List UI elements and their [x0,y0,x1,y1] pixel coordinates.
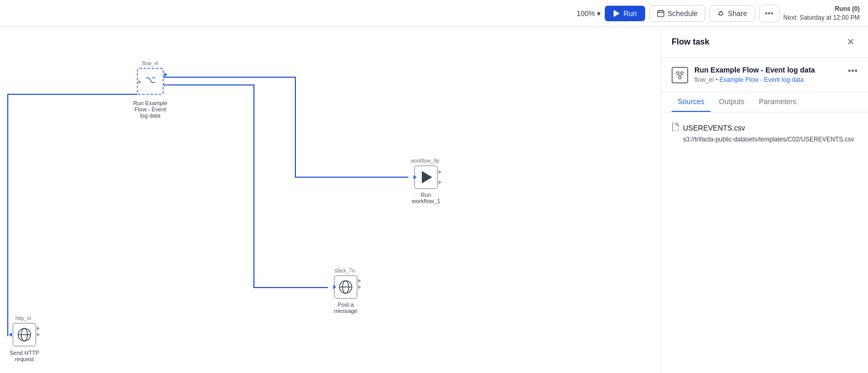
connection-http-to-flow [8,94,137,336]
source-path: s3://trifacta-public-datasets/templates/… [672,136,858,143]
node-workflow-sublabel: workflow_9p [410,158,439,164]
node-http-port-in [9,333,12,337]
node-workflow-port-f [438,180,442,184]
task-sub: flow_el • Example Flow - Event log data [694,76,815,83]
svg-marker-0 [614,10,620,17]
node-flow-el-label: Run Example [133,100,167,106]
source-filename: USEREVENTS.csv [683,124,745,132]
tab-outputs[interactable]: Outputs [713,92,750,112]
share-button[interactable]: Share [709,5,755,22]
node-workflow-label: Run [421,192,431,198]
flow-canvas: flow_el ⌥ Run Example Flow - Event log d… [0,27,702,373]
node-http-label: Send HTTP [9,350,39,356]
zoom-control[interactable]: 100% ▾ [577,9,601,18]
csv-file-icon [672,123,679,131]
node-slack-7n[interactable]: slack_7n [333,268,361,298]
svg-point-7 [722,13,724,15]
run-label: Run [623,9,637,18]
more-icon: ••• [765,9,774,18]
task-more-button[interactable]: ••• [848,66,858,77]
svg-line-12 [678,75,680,77]
zoom-value: 100% [577,9,595,18]
node-flow-el-port-s [164,73,167,77]
task-flow-link[interactable]: Example Flow - Event log data [719,76,804,83]
svg-point-10 [681,72,684,75]
runs-info: Runs (0) Next: Saturday at 12:00 PM [784,5,860,22]
close-button[interactable]: ✕ [844,35,858,49]
task-details: Run Example Flow - Event log data flow_e… [694,66,815,83]
svg-point-9 [677,72,679,75]
svg-point-8 [719,13,720,15]
panel-title: Flow task [672,37,709,47]
schedule-icon [657,10,664,17]
node-slack-sublabel: slack_7n [334,268,354,274]
panel-content: USEREVENTS.csv s3://trifacta-public-data… [661,112,868,373]
share-label: Share [728,9,747,18]
node-flow-el-label3: log data [140,112,161,119]
flow-type-icon [675,70,685,80]
run-button[interactable]: Run [605,6,645,21]
node-flow-el[interactable]: flow_el ⌥ [137,61,167,94]
svg-rect-1 [658,10,664,16]
node-http-vr[interactable]: http_vr [9,315,40,346]
node-flow-el-sublabel: flow_el [142,61,158,66]
node-workflow-port-s [438,170,442,174]
task-info: Run Example Flow - Event log data flow_e… [661,58,868,92]
tab-sources[interactable]: Sources [672,92,710,112]
source-filename-row: USEREVENTS.csv [672,123,858,133]
node-slack-port-f [358,285,361,289]
task-sub1: flow_el [694,76,714,83]
node-http-port-f [37,333,40,337]
svg-point-11 [679,77,681,79]
runs-next: Next: Saturday at 12:00 PM [784,13,860,22]
node-http-label2: request [15,356,34,362]
node-workflow-9p[interactable]: workflow_9p [410,158,442,189]
svg-line-13 [680,75,682,77]
runs-count: Runs (0) [835,5,860,13]
more-button[interactable]: ••• [759,5,779,22]
toolbar: 100% ▾ Run Schedule Share ••• Runs (0) N… [0,0,868,27]
tab-parameters[interactable]: Parameters [752,92,802,112]
canvas: flow_el ⌥ Run Example Flow - Event log d… [0,27,702,373]
node-flow-el-label2: Flow - Event [134,106,166,112]
node-workflow-label2: workflow_1 [411,198,440,204]
panel-tabs: Sources Outputs Parameters [661,92,868,112]
file-icon [672,123,679,133]
schedule-label: Schedule [667,9,698,18]
node-flow-el-port-f [164,83,167,87]
schedule-button[interactable]: Schedule [649,5,705,22]
share-icon [717,10,724,17]
node-flow-el-icon: ⌥ [145,75,156,85]
node-slack-label: Post a [337,302,354,308]
node-http-port-s [37,326,40,331]
task-type-icon [672,67,688,83]
svg-point-6 [720,11,722,12]
play-icon [613,10,620,17]
panel-header: Flow task ✕ [661,27,868,58]
node-http-sublabel: http_vr [16,315,32,321]
right-panel: Flow task ✕ Run Example Flow - Event log… [661,27,868,373]
node-slack-label2: message [334,308,358,314]
connection-flow-to-slack [163,85,328,288]
connection-flow-to-workflow [163,77,408,177]
zoom-chevron-icon: ▾ [597,9,601,18]
node-slack-port-s [358,279,361,283]
source-item: USEREVENTS.csv s3://trifacta-public-data… [672,123,858,143]
task-name: Run Example Flow - Event log data [694,66,815,74]
